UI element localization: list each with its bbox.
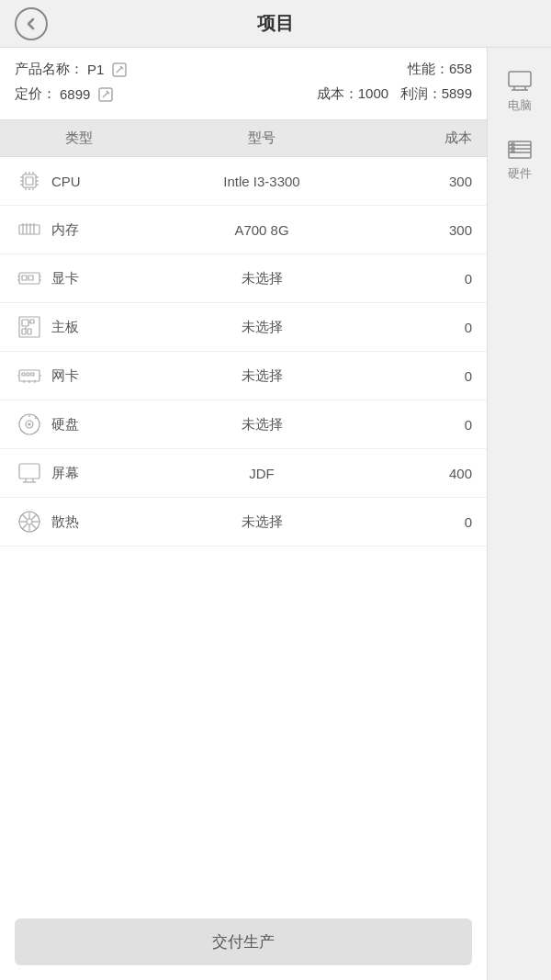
row-type-label: 屏幕: [51, 465, 79, 482]
hdd-icon: [15, 410, 44, 439]
svg-line-67: [22, 514, 27, 519]
sidebar-item-hardware[interactable]: 硬件: [488, 127, 551, 191]
gpu-icon: [15, 264, 44, 293]
hardware-icon: [505, 136, 534, 162]
row-type-cell: 显卡: [15, 264, 143, 293]
svg-line-68: [32, 524, 37, 529]
svg-line-70: [22, 524, 27, 529]
header: 项目: [0, 0, 551, 48]
performance-label: 性能：: [408, 61, 449, 76]
col-cost-header: 成本: [380, 130, 472, 147]
sidebar-computer-label: 电脑: [508, 97, 532, 114]
back-button[interactable]: [15, 7, 48, 40]
content-area: 产品名称： P1 性能：658 定价： 6899: [0, 48, 487, 980]
row-type-cell: 散热: [15, 507, 143, 536]
row-type-label: 内存: [51, 221, 79, 239]
profit-value: 5899: [442, 85, 472, 101]
price-value: 6899: [60, 86, 90, 102]
svg-rect-20: [19, 225, 39, 234]
table-row[interactable]: 显卡 未选择 0: [0, 254, 487, 303]
row-cost: 0: [380, 417, 472, 433]
performance-info: 性能：658: [408, 61, 472, 78]
cost-label: 成本：: [317, 85, 358, 101]
row-type-cell: 内存: [15, 215, 143, 244]
row-model: 未选择: [143, 367, 380, 385]
svg-point-62: [27, 519, 32, 524]
row-model: 未选择: [143, 319, 380, 336]
row-model: 未选择: [143, 513, 380, 531]
row-cost: 300: [380, 222, 472, 238]
svg-rect-44: [22, 373, 25, 376]
svg-rect-71: [509, 72, 531, 86]
svg-rect-7: [26, 177, 33, 185]
page-title: 项目: [257, 11, 294, 36]
row-cost: 0: [380, 320, 472, 335]
product-value: P1: [87, 62, 104, 77]
product-row: 产品名称： P1 性能：658: [15, 61, 472, 78]
cpu-icon: [15, 166, 44, 196]
svg-rect-40: [28, 329, 31, 334]
product-label: 产品名称：: [15, 61, 84, 78]
price-label: 定价：: [15, 85, 56, 103]
row-cost: 0: [380, 368, 472, 384]
cooling-icon: [15, 507, 44, 536]
row-model: 未选择: [143, 270, 380, 287]
table-row[interactable]: CPU Intle I3-3300 300: [0, 157, 487, 206]
main-layout: 产品名称： P1 性能：658 定价： 6899: [0, 48, 551, 980]
svg-line-56: [35, 417, 37, 419]
cost-profit-info: 成本：1000 利润：5899: [317, 85, 472, 103]
row-type-cell: 主板: [15, 312, 143, 342]
svg-rect-46: [31, 373, 34, 376]
row-cost: 0: [380, 271, 472, 287]
svg-rect-45: [27, 373, 29, 376]
svg-point-54: [28, 423, 30, 425]
row-type-cell: 网卡: [15, 361, 143, 390]
monitor-icon: [15, 458, 44, 488]
svg-rect-30: [22, 276, 27, 280]
row-model: Intle I3-3300: [143, 174, 380, 189]
sidebar: 电脑 硬件: [487, 48, 551, 980]
row-type-label: CPU: [51, 174, 81, 189]
row-type-label: 散热: [51, 513, 79, 531]
computer-icon: [505, 68, 534, 94]
svg-rect-37: [22, 320, 28, 326]
performance-value: 658: [449, 61, 472, 76]
row-type-label: 硬盘: [51, 416, 79, 434]
table-row[interactable]: 散热 未选择 0: [0, 498, 487, 546]
price-edit-icon[interactable]: [97, 86, 114, 103]
row-type-label: 显卡: [51, 270, 79, 287]
submit-button[interactable]: 交付生产: [15, 918, 472, 965]
table-row[interactable]: 主板 未选择 0: [0, 303, 487, 352]
price-row: 定价： 6899 成本：1000 利润：5899: [15, 85, 472, 103]
memory-icon: [15, 215, 44, 244]
svg-rect-39: [22, 329, 26, 334]
row-cost: 0: [380, 514, 472, 530]
row-model: JDF: [143, 466, 380, 481]
info-section: 产品名称： P1 性能：658 定价： 6899: [0, 48, 487, 119]
sidebar-hardware-label: 硬件: [508, 165, 532, 182]
svg-rect-80: [512, 147, 514, 149]
svg-rect-57: [19, 464, 39, 479]
svg-rect-6: [23, 175, 36, 187]
svg-rect-81: [512, 151, 514, 152]
row-type-label: 网卡: [51, 367, 79, 385]
sidebar-item-computer[interactable]: 电脑: [488, 59, 551, 123]
table-body: CPU Intle I3-3300 300 内存 A700 8G 300: [0, 157, 487, 904]
table-row[interactable]: 网卡 未选择 0: [0, 352, 487, 400]
svg-rect-31: [28, 276, 33, 280]
product-edit-icon[interactable]: [111, 62, 128, 78]
row-cost: 400: [380, 466, 472, 481]
motherboard-icon: [15, 312, 44, 342]
row-model: 未选择: [143, 416, 380, 434]
row-type-cell: 屏幕: [15, 458, 143, 488]
row-type-cell: 硬盘: [15, 410, 143, 439]
table-row[interactable]: 硬盘 未选择 0: [0, 400, 487, 449]
col-type-header: 类型: [15, 130, 143, 147]
row-cost: 300: [380, 174, 472, 189]
row-type-label: 主板: [51, 319, 79, 336]
row-model: A700 8G: [143, 222, 380, 238]
table-row[interactable]: 内存 A700 8G 300: [0, 206, 487, 254]
svg-rect-38: [30, 320, 34, 323]
network-icon: [15, 361, 44, 390]
table-row[interactable]: 屏幕 JDF 400: [0, 449, 487, 498]
